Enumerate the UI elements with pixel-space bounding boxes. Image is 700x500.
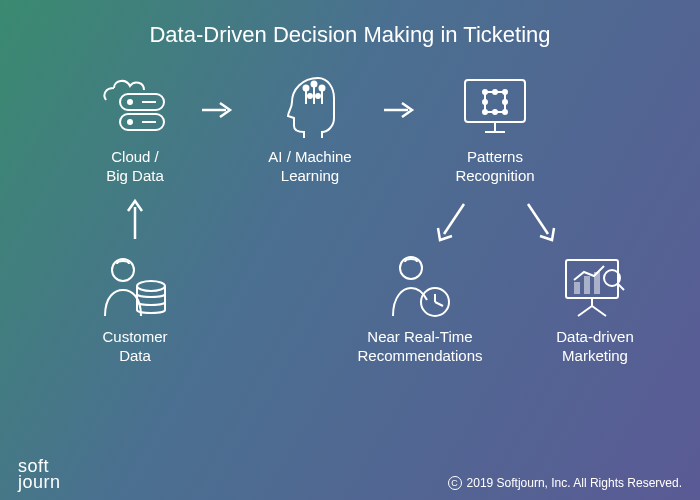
svg-rect-14: [465, 80, 525, 122]
node-recommendations: Near Real-Time Recommendations: [345, 250, 495, 366]
arrow-right-icon: [380, 100, 420, 120]
arrow-down-left-icon: [432, 198, 472, 248]
ai-head-icon: [235, 70, 385, 142]
node-patterns: Patterns Recognition: [420, 70, 570, 186]
svg-rect-40: [584, 276, 590, 294]
node-cloud-big-data: Cloud / Big Data: [60, 70, 210, 186]
svg-point-10: [312, 82, 317, 87]
node-label: Near Real-Time Recommendations: [345, 328, 495, 366]
arrow-right-icon: [198, 100, 238, 120]
svg-point-29: [112, 259, 134, 281]
svg-point-3: [128, 120, 132, 124]
svg-point-30: [137, 281, 165, 291]
diagram-canvas: Cloud / Big Data AI / Machine Learning: [0, 60, 700, 440]
arrow-up-icon: [125, 195, 145, 243]
person-clock-icon: [345, 250, 495, 322]
svg-line-48: [528, 204, 548, 234]
svg-point-11: [320, 86, 325, 91]
copyright-icon: C: [448, 476, 462, 490]
customer-db-icon: [60, 250, 210, 322]
arrow-down-right-icon: [520, 198, 560, 248]
node-label: AI / Machine Learning: [235, 148, 385, 186]
monitor-pattern-icon: [420, 70, 570, 142]
diagram-title: Data-Driven Decision Making in Ticketing: [0, 0, 700, 48]
svg-point-12: [308, 94, 312, 98]
node-label: Customer Data: [60, 328, 210, 366]
svg-rect-39: [574, 282, 580, 294]
svg-point-2: [128, 100, 132, 104]
svg-line-38: [592, 306, 606, 316]
node-label: Data-driven Marketing: [520, 328, 670, 366]
svg-line-37: [578, 306, 592, 316]
svg-point-13: [316, 94, 320, 98]
svg-point-31: [400, 257, 422, 279]
cloud-server-icon: [60, 70, 210, 142]
copyright-text: 2019 Softjourn, Inc. All Rights Reserved…: [467, 476, 682, 490]
node-label: Patterns Recognition: [420, 148, 570, 186]
footer: soft journ C 2019 Softjourn, Inc. All Ri…: [18, 459, 682, 490]
node-customer-data: Customer Data: [60, 250, 210, 366]
svg-point-9: [304, 86, 309, 91]
svg-line-47: [444, 204, 464, 234]
softjourn-logo: soft journ: [18, 459, 61, 490]
node-marketing: Data-driven Marketing: [520, 250, 670, 366]
svg-line-34: [435, 302, 443, 306]
node-ai-ml: AI / Machine Learning: [235, 70, 385, 186]
node-label: Cloud / Big Data: [60, 148, 210, 186]
copyright: C 2019 Softjourn, Inc. All Rights Reserv…: [448, 476, 682, 490]
chart-board-icon: [520, 250, 670, 322]
